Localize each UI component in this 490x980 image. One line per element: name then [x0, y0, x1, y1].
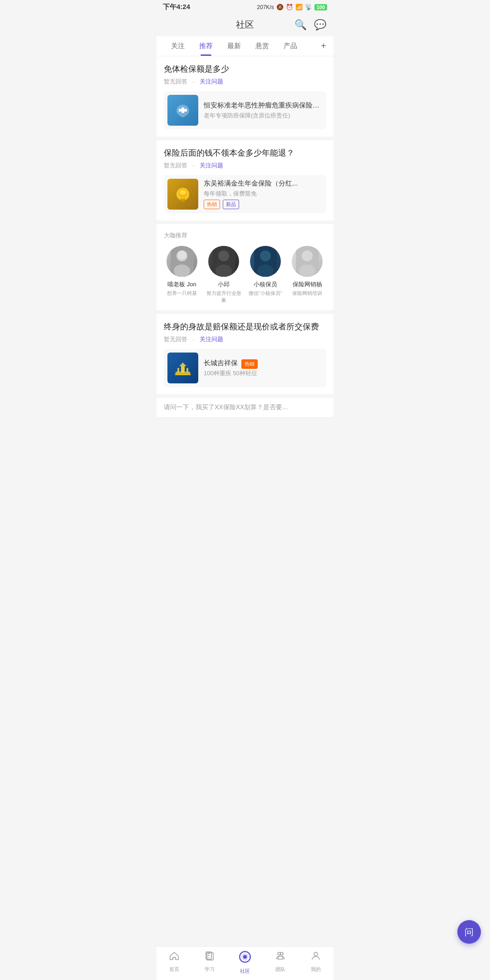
- product-info-3: 长城吉祥保 热销 100种重疾 50种轻症: [204, 359, 323, 377]
- expert-section-label: 大咖推荐: [164, 231, 326, 240]
- avatar-img-2: [208, 246, 239, 277]
- expert-section: 大咖推荐 喵老板 Jon 想养一只柯基: [157, 224, 333, 310]
- product-card-2[interactable]: 东吴裕满金生年金保险（分红... 每年领取，保费豁免 热销 新品: [164, 175, 326, 213]
- expert-item-4[interactable]: 保险网销杨 保险网销培训: [289, 246, 325, 303]
- product-card-3[interactable]: 长城吉祥保 热销 100种重疾 50种轻症: [164, 349, 326, 387]
- question-title-3[interactable]: 终身的身故是赔保额还是现价或者所交保费: [164, 321, 326, 333]
- avatar-img-3: [250, 246, 281, 277]
- search-icon[interactable]: 🔍: [294, 19, 307, 31]
- svg-point-4: [180, 190, 186, 195]
- tag-new: 新品: [223, 200, 239, 209]
- status-time: 下午4:24: [163, 3, 190, 11]
- product-info-1: 恒安标准老年恶性肿瘤危重疾病保险（B... 老年专项防癌保障(含原位癌责任): [204, 101, 323, 120]
- question-meta-1: 暂无回答 · 关注问题: [164, 78, 326, 86]
- wifi-icon: 📡: [305, 4, 312, 10]
- svg-point-13: [260, 250, 271, 261]
- expert-item-1[interactable]: 喵老板 Jon 想养一只柯基: [164, 246, 200, 303]
- product-thumb-1: [167, 95, 198, 126]
- product-desc-1: 老年专项防癌保障(含原位癌责任): [204, 112, 323, 120]
- tab-recommend[interactable]: 推荐: [192, 36, 220, 56]
- expert-name-2: 小邱: [218, 280, 230, 289]
- product-name-1: 恒安标准老年恶性肿瘤危重疾病保险（B...: [204, 101, 323, 110]
- svg-point-14: [257, 265, 274, 277]
- battery-icon: 100: [314, 4, 327, 10]
- expert-name-1: 喵老板 Jon: [167, 280, 196, 289]
- header: 社区 🔍 💬: [157, 14, 333, 36]
- product-desc-3: 100种重疾 50种轻症: [204, 369, 323, 377]
- dot-separator: ·: [193, 78, 195, 85]
- svg-point-7: [174, 265, 190, 277]
- expert-avatar-3: [250, 246, 281, 277]
- mute-icon: 🔕: [276, 4, 284, 10]
- expert-desc-1: 想养一只柯基: [167, 290, 197, 296]
- tab-add-button[interactable]: +: [321, 37, 326, 55]
- status-icons: 207K/s 🔕 ⏰ 📶 📡 100: [257, 4, 327, 10]
- expert-name-3: 小核保员: [254, 280, 277, 289]
- svg-rect-19: [177, 368, 179, 372]
- content-area: 免体检保额是多少 暂无回答 · 关注问题 恒安标准老年恶性肿瘤危重疾病保险（B.…: [157, 56, 333, 457]
- svg-point-11: [216, 265, 232, 277]
- no-answer-1: 暂无回答: [164, 78, 187, 85]
- dot-separator-3: ·: [193, 336, 195, 343]
- question-meta-3: 暂无回答 · 关注问题: [164, 335, 326, 343]
- tab-product[interactable]: 产品: [276, 36, 304, 56]
- svg-rect-21: [186, 368, 188, 372]
- partial-card: 请问一下，我买了XX保险XX划算？是否要...: [157, 398, 333, 417]
- product-thumb-2: [167, 179, 198, 210]
- svg-rect-22: [175, 373, 191, 375]
- expert-item-3[interactable]: 小核保员 微信"小核保员": [247, 246, 284, 303]
- tag-hot: 热销: [204, 200, 220, 209]
- avatar-img-4: [292, 246, 323, 277]
- tab-bar: 关注 推荐 最新 悬赏 产品 +: [157, 36, 333, 56]
- question-title-1[interactable]: 免体检保额是多少: [164, 64, 326, 75]
- tab-bounty[interactable]: 悬赏: [248, 36, 276, 56]
- expert-avatar-1: [167, 246, 197, 277]
- expert-avatar-2: [208, 246, 239, 277]
- tag-hot-3: 热销: [241, 359, 258, 369]
- svg-rect-1: [179, 109, 187, 112]
- network-speed: 207K/s: [257, 4, 274, 10]
- question-title-2[interactable]: 保险后面的钱不领本金多少年能退？: [164, 147, 326, 159]
- avatar-img-1: [167, 246, 197, 277]
- no-answer-3: 暂无回答: [164, 336, 187, 343]
- expert-desc-2: 努力提升行业形象: [206, 290, 242, 303]
- question-meta-2: 暂无回答 · 关注问题: [164, 162, 326, 170]
- svg-point-8: [177, 250, 186, 260]
- status-bar: 下午4:24 207K/s 🔕 ⏰ 📶 📡 100: [157, 0, 333, 14]
- expert-avatar-4: [292, 246, 323, 277]
- signal-icon: 📶: [295, 4, 303, 10]
- svg-rect-20: [181, 366, 185, 372]
- no-answer-2: 暂无回答: [164, 162, 187, 169]
- follow-question-1[interactable]: 关注问题: [200, 78, 223, 85]
- product-name-3: 长城吉祥保: [204, 359, 238, 368]
- product-desc-2: 每年领取，保费豁免: [204, 190, 323, 198]
- product-card-1[interactable]: 恒安标准老年恶性肿瘤危重疾病保险（B... 老年专项防癌保障(含原位癌责任): [164, 91, 326, 129]
- product-info-2: 东吴裕满金生年金保险（分红... 每年领取，保费豁免 热销 新品: [204, 179, 323, 209]
- product-tags-2: 热销 新品: [204, 200, 323, 209]
- header-actions: 🔍 💬: [294, 19, 326, 31]
- partial-text: 请问一下，我买了XX保险XX划算？是否要...: [164, 403, 326, 412]
- follow-question-3[interactable]: 关注问题: [200, 336, 223, 343]
- follow-question-2[interactable]: 关注问题: [200, 162, 223, 169]
- question-card-1: 免体检保额是多少 暂无回答 · 关注问题 恒安标准老年恶性肿瘤危重疾病保险（B.…: [157, 56, 333, 137]
- question-card-3: 终身的身故是赔保额还是现价或者所交保费 暂无回答 · 关注问题 长城吉祥保: [157, 314, 333, 394]
- expert-desc-3: 微信"小核保员": [249, 290, 282, 296]
- svg-point-16: [302, 250, 313, 261]
- question-card-2: 保险后面的钱不领本金多少年能退？ 暂无回答 · 关注问题 东吴裕满金生年金保险（…: [157, 140, 333, 220]
- alarm-icon: ⏰: [286, 4, 293, 10]
- message-icon[interactable]: 💬: [314, 19, 326, 31]
- expert-name-4: 保险网销杨: [293, 280, 322, 289]
- tab-latest[interactable]: 最新: [220, 36, 248, 56]
- product-name-2: 东吴裕满金生年金保险（分红...: [204, 179, 323, 188]
- tab-follow[interactable]: 关注: [164, 36, 192, 56]
- svg-point-17: [299, 265, 315, 277]
- svg-point-10: [218, 250, 229, 261]
- dot-separator-2: ·: [193, 162, 195, 169]
- expert-desc-4: 保险网销培训: [292, 290, 322, 296]
- expert-item-2[interactable]: 小邱 努力提升行业形象: [206, 246, 242, 303]
- product-thumb-3: [167, 353, 198, 383]
- experts-row: 喵老板 Jon 想养一只柯基 小邱 努力提升行业形象: [164, 246, 326, 303]
- page-title: 社区: [236, 19, 254, 31]
